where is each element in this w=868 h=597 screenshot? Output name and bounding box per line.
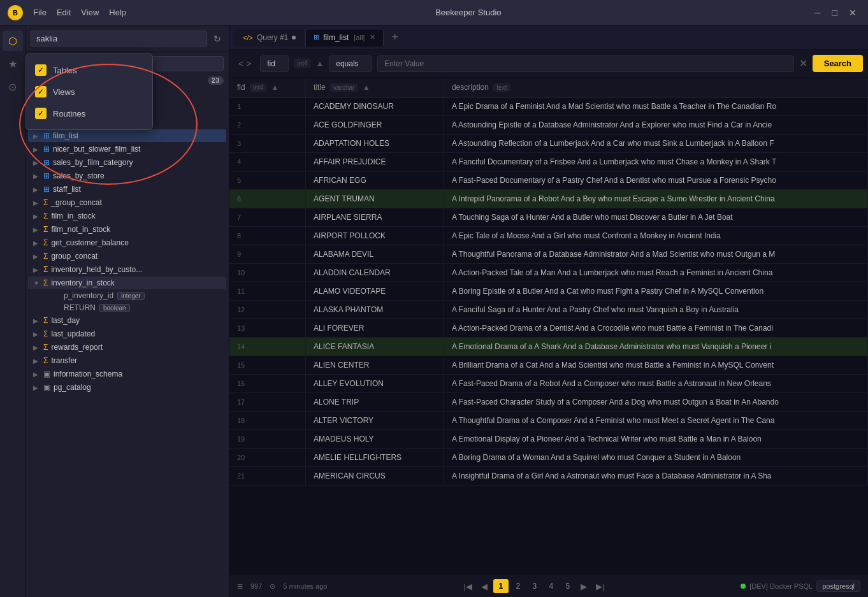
prev-page-button[interactable]: ◀ [478, 580, 491, 593]
table-row[interactable]: 16 ALLEY EVOLUTION A Fast-Paced Drama of… [229, 375, 868, 393]
minimize-button[interactable]: ─ [811, 6, 825, 19]
add-tab-button[interactable]: + [387, 31, 402, 44]
col-header-description[interactable]: description text [444, 78, 867, 97]
cell-description: A Action-Packed Drama of a Dentist And a… [444, 319, 867, 338]
sidebar-item-information-schema[interactable]: ▶ ▣ information_schema [28, 368, 226, 380]
cell-title: AFFAIR PREJUDICE [306, 153, 444, 171]
cell-rownum: 2 [229, 116, 306, 134]
sidebar-item-last-updated[interactable]: ▶ Σ last_updated [28, 327, 226, 340]
sidebar-item-label: get_customer_balance [51, 238, 128, 247]
table-row[interactable]: 15 ALIEN CENTER A Brilliant Drama of a C… [229, 356, 868, 375]
table-row[interactable]: 17 ALONE TRIP A Fast-Paced Character Stu… [229, 393, 868, 412]
chevron-right-icon: ▶ [33, 133, 41, 140]
maximize-button[interactable]: □ [828, 6, 841, 19]
refresh-button[interactable]: ↻ [211, 31, 224, 47]
sidebar-item-film-not-in-stock[interactable]: ▶ Σ film_not_in_stock [28, 223, 226, 236]
pagination: |◀ ◀ 1 2 3 4 5 ▶ ▶| [460, 579, 607, 593]
last-page-button[interactable]: ▶| [593, 580, 607, 593]
tab-query1[interactable]: </> Query #1 [235, 29, 304, 47]
tab-subtitle: [all] [354, 34, 365, 41]
current-page[interactable]: 1 [493, 579, 509, 593]
page-5[interactable]: 5 [561, 579, 575, 593]
table-row[interactable]: 19 AMADEUS HOLY A Emotional Display of a… [229, 430, 868, 449]
sidebar-item-sales-store[interactable]: ▶ ⊞ sales_by_store [28, 169, 226, 182]
close-button[interactable]: ✕ [845, 6, 860, 19]
sidebar-item-group-concat[interactable]: ▶ Σ _group_concat [28, 196, 226, 209]
table-row[interactable]: 4 AFFAIR PREJUDICE A Fanciful Documentar… [229, 153, 868, 171]
menu-help[interactable]: Help [109, 8, 126, 17]
field-selector[interactable]: fid [260, 55, 289, 72]
chevron-right-icon: ▶ [33, 317, 41, 324]
dropdown-item-tables[interactable]: ✓ Tables [26, 59, 152, 81]
cell-description: A Thoughtful Panorama of a Database Admi… [444, 245, 867, 264]
func-icon: Σ [43, 265, 48, 274]
page-2[interactable]: 2 [511, 579, 525, 593]
dropdown-item-routines[interactable]: ✓ Routines [26, 103, 152, 124]
search-button[interactable]: Search [813, 55, 863, 72]
cell-description: A Emotional Display of a Pioneer And a T… [444, 430, 867, 449]
table-row[interactable]: 5 AFRICAN EGG A Fast-Paced Documentary o… [229, 171, 868, 190]
nav-back-button[interactable]: < > [235, 56, 255, 71]
tab-close-button[interactable]: ✕ [370, 33, 375, 41]
sidebar-item-staff-list[interactable]: ▶ ⊞ staff_list [28, 183, 226, 196]
sidebar-item-nicer-film-list[interactable]: ▶ ⊞ nicer_but_slower_film_list [28, 143, 226, 155]
sidebar-item-pg-catalog[interactable]: ▶ ▣ pg_catalog [28, 381, 226, 394]
sidebar-item-rewards-report[interactable]: ▶ Σ rewards_report [28, 341, 226, 354]
table-row[interactable]: 20 AMELIE HELLFIGHTERS A Boring Drama of… [229, 449, 868, 467]
connection-name: [DEV] Docker PSQL [749, 582, 813, 590]
table-row[interactable]: 13 ALI FOREVER A Action-Packed Drama of … [229, 319, 868, 338]
sidebar-item-inventory-in-stock[interactable]: ▼ Σ inventory_in_stock [28, 277, 226, 289]
page-3[interactable]: 3 [528, 579, 542, 593]
table-row[interactable]: 7 AIRPLANE SIERRA A Touching Saga of a H… [229, 208, 868, 227]
cell-rownum: 7 [229, 208, 306, 227]
table-row[interactable]: 10 ALADDIN CALENDAR A Action-Packed Tale… [229, 264, 868, 282]
table-row[interactable]: 6 AGENT TRUMAN A Intrepid Panorama of a … [229, 190, 868, 208]
value-input[interactable] [377, 55, 793, 72]
chevron-right-icon: ▶ [33, 159, 41, 166]
sidebar-item-group-concat2[interactable]: ▶ Σ group_concat [28, 250, 226, 263]
cell-title: AMERICAN CIRCUS [306, 467, 444, 486]
table-row[interactable]: 14 ALICE FANTASIA A Emotional Drama of a… [229, 338, 868, 356]
sidebar-item-sales-film[interactable]: ▶ ⊞ sales_by_film_category [28, 156, 226, 169]
chevron-down-icon: ▼ [33, 280, 41, 287]
checkbox-routines: ✓ [35, 108, 47, 119]
table-row[interactable]: 12 ALASKA PHANTOM A Fanciful Saga of a H… [229, 301, 868, 319]
table-row[interactable]: 8 AIRPORT POLLOCK A Epic Tale of a Moose… [229, 227, 868, 245]
table-row[interactable]: 2 ACE GOLDFINGER A Astounding Epistle of… [229, 116, 868, 134]
content-area: </> Query #1 ⊞ film_list [all] ✕ + < > f… [229, 25, 868, 597]
sort-asc-icon: ▲ [363, 83, 370, 92]
table-row[interactable]: 9 ALABAMA DEVIL A Thoughtful Panorama of… [229, 245, 868, 264]
menu-view[interactable]: View [81, 8, 99, 17]
sidebar-item-film-list[interactable]: ▶ ⊞ film_list [28, 129, 226, 142]
cell-title: ALABAMA DEVIL [306, 245, 444, 264]
table-row[interactable]: 1 ACADEMY DINOSAUR A Epic Drama of a Fem… [229, 97, 868, 116]
col-header-title[interactable]: title varchar ▲ [306, 78, 444, 97]
col-header-fid[interactable]: fid int4 ▲ [229, 78, 306, 97]
dropdown-item-views[interactable]: ✓ Views [26, 81, 152, 103]
cell-title: AIRPLANE SIERRA [306, 208, 444, 227]
inventory-return: RETURN boolean [59, 302, 226, 313]
sidebar-item-film-in-stock[interactable]: ▶ Σ film_in_stock [28, 210, 226, 222]
first-page-button[interactable]: |◀ [460, 580, 475, 593]
database-selector[interactable]: saklia [31, 31, 207, 47]
sidebar-item-get-customer-balance[interactable]: ▶ Σ get_customer_balance [28, 236, 226, 249]
table-row[interactable]: 3 ADAPTATION HOLES A Astounding Reflecti… [229, 134, 868, 153]
rail-database-icon[interactable]: ⬡ [3, 31, 23, 51]
operator-selector[interactable]: equals [329, 55, 372, 72]
tab-film-list[interactable]: ⊞ film_list [all] ✕ [305, 29, 384, 47]
sidebar-item-transfer[interactable]: ▶ Σ transfer [28, 354, 226, 367]
rail-history-icon[interactable]: ⊙ [3, 76, 23, 97]
window-controls: ─ □ ✕ [811, 6, 860, 19]
table-row[interactable]: 11 ALAMO VIDEOTAPE A Boring Epistle of a… [229, 282, 868, 301]
next-page-button[interactable]: ▶ [577, 580, 590, 593]
clear-value-button[interactable]: ✕ [799, 57, 807, 69]
rail-bookmark-icon[interactable]: ★ [3, 54, 23, 74]
table-row[interactable]: 21 AMERICAN CIRCUS A Insightful Drama of… [229, 467, 868, 486]
sidebar-item-inventory-held[interactable]: ▶ Σ inventory_held_by_custo... [28, 263, 226, 276]
menu-edit[interactable]: Edit [57, 8, 71, 17]
menu-file[interactable]: File [33, 8, 47, 17]
app-logo: B [8, 5, 23, 20]
page-4[interactable]: 4 [544, 579, 558, 593]
table-row[interactable]: 18 ALTER VICTORY A Thoughtful Drama of a… [229, 412, 868, 430]
sidebar-item-last-day[interactable]: ▶ Σ last_day [28, 314, 226, 327]
